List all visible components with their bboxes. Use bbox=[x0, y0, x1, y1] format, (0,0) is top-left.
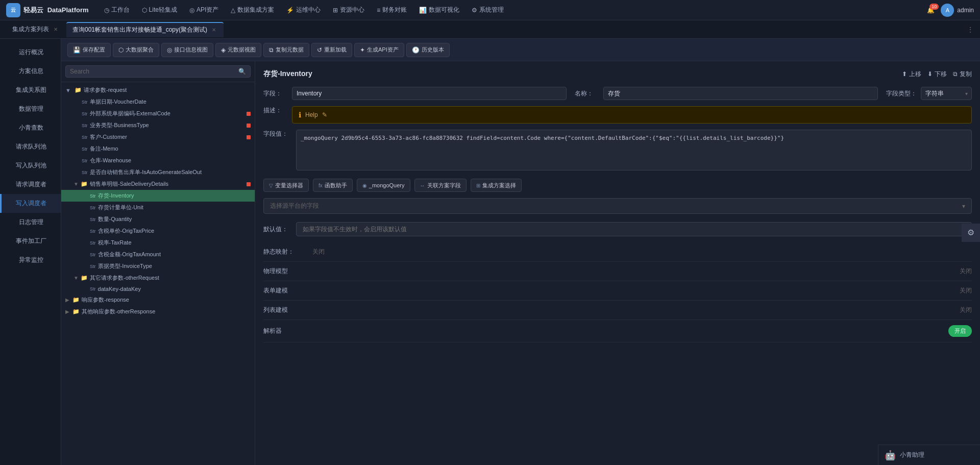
tree-item-warehouse[interactable]: Str 仓库-Warehouse bbox=[61, 155, 255, 166]
list-model-value: 关闭 bbox=[960, 306, 972, 314]
move-up-button[interactable]: ⬆ 上移 bbox=[902, 70, 921, 79]
mongo-icon: ◉ bbox=[362, 183, 367, 188]
tree-item-customer[interactable]: Str 客户-Customer bbox=[61, 131, 255, 143]
tree-item-autogenerate[interactable]: Str 是否自动销售出库单-IsAutoGenerateSaleOut bbox=[61, 166, 255, 178]
nav-resources[interactable]: ⊞ 资源中心 bbox=[328, 4, 370, 16]
tree-label-origtaxamount: 含税金额-OrigTaxAmount bbox=[98, 251, 251, 258]
tree-item-otherrequest[interactable]: ▼ 📁 其它请求参数-otherRequest bbox=[61, 272, 255, 284]
tab-close-0[interactable]: ✕ bbox=[52, 26, 59, 33]
sidebar-item-plan-info[interactable]: 方案信息 bbox=[0, 62, 61, 81]
tree-item-otherresponse[interactable]: ▶ 📁 其他响应参数-otherResponse bbox=[61, 306, 255, 317]
sidebar-item-request-queue[interactable]: 请求队列池 bbox=[0, 137, 61, 156]
field-input[interactable] bbox=[292, 87, 567, 100]
tree-label-invoicetype: 票据类型-InvoiceType bbox=[98, 262, 251, 270]
nav-data-integration[interactable]: △ 数据集成方案 bbox=[226, 4, 279, 16]
reload-button[interactable]: ↺ 重新加载 bbox=[311, 43, 352, 57]
sidebar-item-log-mgmt[interactable]: 日志管理 bbox=[0, 213, 61, 232]
tab-close-1[interactable]: ✕ bbox=[210, 27, 217, 34]
nav-data-viz[interactable]: 📊 数据可视化 bbox=[414, 4, 464, 16]
history-version-button[interactable]: 🕐 历史版本 bbox=[406, 43, 450, 57]
nav-workbench[interactable]: ◷ 工作台 bbox=[99, 4, 135, 16]
default-input[interactable] bbox=[296, 222, 972, 236]
search-input-wrap[interactable]: 🔍 bbox=[65, 65, 251, 78]
bottom-assistant[interactable]: 🤖 小青助理 bbox=[878, 445, 980, 465]
func-helper-button[interactable]: fx 函数助手 bbox=[313, 179, 353, 192]
toolbar: 💾 保存配置 ⬡ 大数据聚合 ◎ 接口信息视图 ◈ 元数据视图 ⧉ 复制元数据 … bbox=[61, 39, 980, 61]
type-badge-str5: Str bbox=[82, 146, 88, 152]
big-data-agg-button[interactable]: ⬡ 大数据聚合 bbox=[113, 43, 159, 57]
integration-select-button[interactable]: ⊞ 集成方案选择 bbox=[471, 179, 522, 192]
tree-item-saledelivery[interactable]: ▼ 📁 销售单明细-SaleDeliveryDetails bbox=[61, 178, 255, 190]
copy-metadata-button[interactable]: ⧉ 复制元数据 bbox=[263, 43, 309, 57]
metadata-view-button[interactable]: ◈ 元数据视图 bbox=[215, 43, 261, 57]
nav-lite[interactable]: ⬡ Lite轻集成 bbox=[137, 4, 182, 16]
nav-ops[interactable]: ⚡ 运维中心 bbox=[281, 4, 326, 16]
sidebar-item-write-scheduler[interactable]: 写入调度者 bbox=[0, 194, 61, 213]
resources-icon: ⊞ bbox=[333, 7, 338, 14]
tree-item-response[interactable]: ▶ 📁 响应参数-response bbox=[61, 294, 255, 306]
tree-item-datakey[interactable]: Str dataKey-dataKey bbox=[61, 284, 255, 294]
panel-actions: ⬆ 上移 ⬇ 下移 ⧉ 复制 bbox=[902, 70, 972, 79]
tree-item-externalcode[interactable]: Str 外部系统单据编码-ExternalCode bbox=[61, 108, 255, 119]
reload-icon: ↺ bbox=[317, 46, 322, 54]
nav-system[interactable]: ⚙ 系统管理 bbox=[467, 4, 509, 16]
interface-view-button[interactable]: ◎ 接口信息视图 bbox=[161, 43, 213, 57]
search-input[interactable] bbox=[70, 68, 238, 75]
tab-active[interactable]: 查询001帐套销售出库对接畅捷通_copy(聚合测试) ✕ bbox=[66, 22, 224, 37]
tree-item-memo[interactable]: Str 备注-Memo bbox=[61, 143, 255, 155]
tree-item-businesstype[interactable]: Str 业务类型-BusinessType bbox=[61, 119, 255, 131]
tree-item-quantity[interactable]: Str 数量-Quantity bbox=[61, 213, 255, 225]
tree-label-memo: 备注-Memo bbox=[90, 145, 251, 153]
notification-count: 10 bbox=[929, 4, 939, 10]
tab-solution-list[interactable]: 集成方案列表 ✕ bbox=[6, 22, 65, 37]
sidebar-item-query[interactable]: 小青查数 bbox=[0, 118, 61, 137]
physical-model-value: 关闭 bbox=[960, 267, 972, 276]
sidebar-item-request-scheduler[interactable]: 请求调度者 bbox=[0, 175, 61, 194]
tree-item-unit[interactable]: Str 存货计量单位-Unit bbox=[61, 202, 255, 213]
help-label: Help bbox=[305, 111, 318, 118]
tree-item-origtaxamount[interactable]: Str 含税金额-OrigTaxAmount bbox=[61, 249, 255, 260]
help-edit-icon[interactable]: ✎ bbox=[322, 111, 327, 118]
open-button[interactable]: 开启 bbox=[948, 325, 972, 337]
sidebar-item-exception-monitor[interactable]: 异常监控 bbox=[0, 251, 61, 270]
name-input[interactable] bbox=[603, 87, 878, 100]
field-value-text: _mongoQuery 2d9b95c4-6553-3a73-ac86-fc8a… bbox=[301, 134, 967, 143]
sidebar-item-overview[interactable]: 运行概况 bbox=[0, 43, 61, 62]
static-map-row: 静态映射： 关闭 bbox=[263, 242, 972, 262]
field-value-box[interactable]: _mongoQuery 2d9b95c4-6553-3a73-ac86-fc8a… bbox=[296, 130, 972, 170]
tree-item-request[interactable]: ▼ 📁 请求参数-request bbox=[61, 84, 255, 96]
tree-item-invoicetype[interactable]: Str 票据类型-InvoiceType bbox=[61, 260, 255, 272]
sidebar-item-integration-map[interactable]: 集成关系图 bbox=[0, 81, 61, 100]
tree-item-inventory[interactable]: Str 存货-Inventory bbox=[61, 190, 255, 202]
generate-api-button[interactable]: ✦ 生成API资产 bbox=[354, 43, 404, 57]
log-mgmt-label: 日志管理 bbox=[19, 218, 43, 226]
tree-label-response: 响应参数-response bbox=[82, 296, 251, 304]
tree-label-autogenerate: 是否自动销售出库单-IsAutoGenerateSaleOut bbox=[90, 168, 251, 176]
data-integration-icon: △ bbox=[231, 7, 235, 14]
tab-more-button[interactable]: ⋮ bbox=[967, 26, 974, 34]
sidebar-item-data-mgmt[interactable]: 数据管理 bbox=[0, 100, 61, 118]
copy-button[interactable]: ⧉ 复制 bbox=[953, 70, 972, 79]
source-select-box[interactable]: 选择源平台的字段 ▾ bbox=[263, 198, 972, 214]
notification-bell[interactable]: 🔔 10 bbox=[927, 7, 935, 14]
fieldtype-select[interactable]: 字符串 整数 浮点数 布尔 bbox=[921, 87, 972, 100]
avatar: A bbox=[941, 4, 954, 17]
tree-item-taxrate[interactable]: Str 税率-TaxRate bbox=[61, 237, 255, 249]
integration-icon: ⊞ bbox=[476, 183, 480, 188]
type-badge-datakey: Str bbox=[90, 286, 96, 291]
tree-item-voucherdate[interactable]: Str 单据日期-VoucherDate bbox=[61, 96, 255, 108]
nav-finance[interactable]: ≡ 财务对账 bbox=[372, 4, 412, 16]
related-field-button[interactable]: ↔ 关联方案字段 bbox=[414, 179, 467, 192]
sidebar-item-event-factory[interactable]: 事件加工厂 bbox=[0, 232, 61, 251]
move-down-button[interactable]: ⬇ 下移 bbox=[927, 70, 947, 79]
settings-fab[interactable]: ⚙ bbox=[962, 224, 980, 242]
admin-area[interactable]: A admin bbox=[941, 4, 974, 17]
nav-api[interactable]: ◎ API资产 bbox=[184, 4, 224, 16]
tree-item-origtaxprice[interactable]: Str 含税单价-OrigTaxPrice bbox=[61, 225, 255, 237]
variable-selector-button[interactable]: ▽ 变量选择器 bbox=[263, 179, 309, 192]
logo-area[interactable]: 云 轻易云 DataPlatform bbox=[6, 3, 89, 17]
save-config-button[interactable]: 💾 保存配置 bbox=[67, 43, 111, 57]
sidebar-item-write-queue[interactable]: 写入队列池 bbox=[0, 156, 61, 175]
name-label: 名称： bbox=[575, 89, 595, 98]
mongo-query-button[interactable]: ◉ _mongoQuery bbox=[357, 179, 410, 192]
